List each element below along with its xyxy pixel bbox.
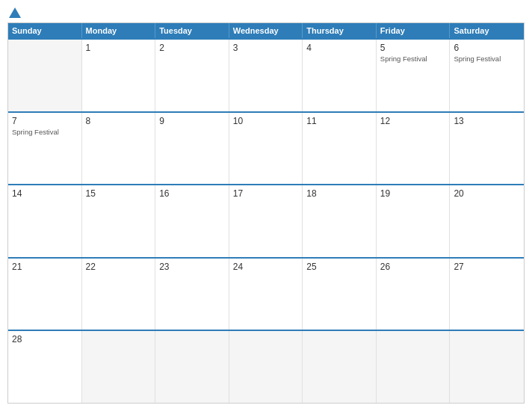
page: SundayMondayTuesdayWednesdayThursdayFrid…: [0, 0, 532, 411]
cal-cell: 10: [229, 113, 303, 185]
cal-week-5: 28: [8, 330, 524, 403]
day-number: 8: [86, 116, 152, 126]
cal-cell: [303, 331, 377, 403]
cal-cell: 15: [82, 185, 156, 257]
day-number: 20: [454, 188, 520, 199]
event-label: Spring Festival: [12, 128, 78, 137]
day-number: 16: [159, 188, 225, 199]
cal-cell: 5Spring Festival: [377, 40, 451, 111]
cal-header-sunday: Sunday: [8, 23, 82, 38]
cal-cell: [377, 331, 451, 403]
cal-cell: 25: [303, 259, 377, 330]
cal-week-2: 7Spring Festival8910111213: [8, 111, 524, 185]
cal-week-4: 21222324252627: [8, 257, 524, 330]
cal-cell: 14: [8, 185, 82, 257]
cal-cell: 12: [377, 113, 451, 185]
cal-cell: 24: [229, 259, 303, 330]
cal-cell: 7Spring Festival: [8, 113, 82, 185]
cal-cell: 8: [82, 113, 156, 185]
day-number: 25: [306, 262, 372, 272]
event-label: Spring Festival: [454, 55, 520, 64]
cal-cell: 19: [377, 185, 451, 257]
calendar: SundayMondayTuesdayWednesdayThursdayFrid…: [7, 22, 525, 404]
cal-cell: [8, 40, 82, 111]
calendar-body: 12345Spring Festival6Spring Festival7Spr…: [8, 38, 524, 403]
cal-cell: 26: [377, 259, 451, 330]
day-number: 2: [159, 43, 225, 53]
day-number: 4: [306, 43, 372, 53]
cal-cell: 4: [303, 40, 377, 111]
day-number: 21: [12, 262, 78, 272]
cal-cell: 3: [229, 40, 303, 111]
cal-cell: 17: [229, 185, 303, 257]
day-number: 3: [233, 43, 299, 53]
day-number: 10: [233, 116, 299, 126]
logo-triangle-icon: [9, 7, 21, 18]
cal-cell: 16: [155, 185, 229, 257]
day-number: 13: [454, 116, 520, 126]
day-number: 11: [306, 116, 372, 126]
day-number: 12: [380, 116, 446, 126]
day-number: 26: [380, 262, 446, 272]
cal-cell: 22: [82, 259, 156, 330]
day-number: 28: [12, 334, 78, 344]
day-number: 5: [380, 43, 446, 53]
cal-cell: [450, 331, 524, 403]
day-number: 1: [86, 43, 152, 53]
day-number: 6: [454, 43, 520, 53]
cal-cell: 20: [450, 185, 524, 257]
cal-cell: 6Spring Festival: [450, 40, 524, 111]
calendar-header-row: SundayMondayTuesdayWednesdayThursdayFrid…: [8, 23, 524, 38]
header: [7, 7, 525, 18]
day-number: 14: [12, 188, 78, 199]
cal-cell: [155, 331, 229, 403]
cal-header-tuesday: Tuesday: [155, 23, 229, 38]
cal-week-1: 12345Spring Festival6Spring Festival: [8, 38, 524, 111]
cal-cell: 11: [303, 113, 377, 185]
day-number: 9: [159, 116, 225, 126]
day-number: 22: [86, 262, 152, 272]
cal-cell: 2: [155, 40, 229, 111]
cal-header-thursday: Thursday: [303, 23, 377, 38]
cal-cell: 21: [8, 259, 82, 330]
cal-header-wednesday: Wednesday: [229, 23, 303, 38]
day-number: 24: [233, 262, 299, 272]
day-number: 23: [159, 262, 225, 272]
day-number: 27: [454, 262, 520, 272]
cal-week-3: 14151617181920: [8, 184, 524, 257]
cal-header-monday: Monday: [82, 23, 156, 38]
cal-cell: 13: [450, 113, 524, 185]
cal-cell: [229, 331, 303, 403]
cal-cell: 27: [450, 259, 524, 330]
event-label: Spring Festival: [380, 55, 446, 64]
day-number: 18: [306, 188, 372, 199]
day-number: 17: [233, 188, 299, 199]
cal-cell: 18: [303, 185, 377, 257]
cal-header-saturday: Saturday: [450, 23, 524, 38]
cal-cell: [82, 331, 156, 403]
cal-cell: 28: [8, 331, 82, 403]
day-number: 15: [86, 188, 152, 199]
cal-header-friday: Friday: [377, 23, 451, 38]
cal-cell: 23: [155, 259, 229, 330]
day-number: 7: [12, 116, 78, 126]
day-number: 19: [380, 188, 446, 199]
logo: [7, 7, 21, 18]
cal-cell: 1: [82, 40, 156, 111]
cal-cell: 9: [155, 113, 229, 185]
